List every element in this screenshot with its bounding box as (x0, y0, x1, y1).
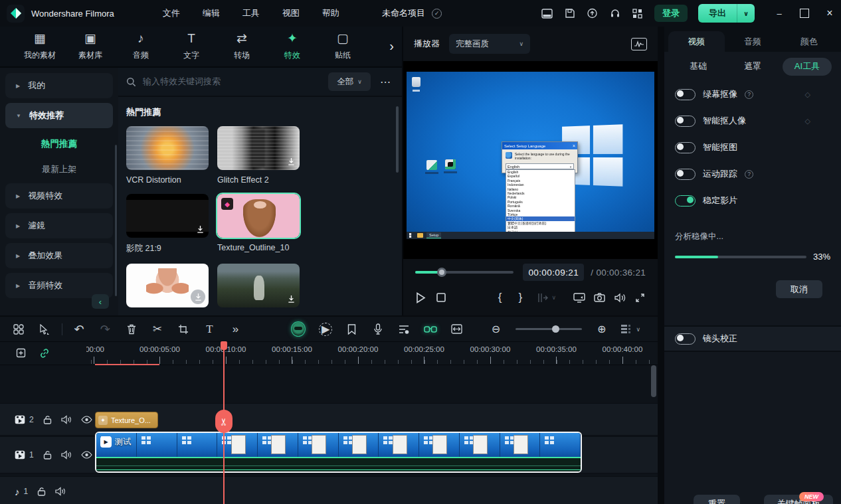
upload-cloud-icon[interactable] (587, 7, 599, 19)
fullscreen-button[interactable] (633, 290, 647, 305)
help-icon[interactable]: ? (745, 170, 753, 179)
select-tool-icon[interactable] (38, 323, 50, 336)
sidebar-item[interactable]: ▼特效推荐 (5, 103, 113, 128)
restore-button[interactable] (800, 9, 809, 18)
playhead-head[interactable] (221, 341, 227, 350)
play-button[interactable] (414, 290, 428, 305)
timeline-ruler[interactable]: :00:0000:00:05:0000:00:10:0000:00:15:000… (0, 341, 658, 365)
crop-icon[interactable] (177, 323, 189, 336)
render-preview-icon[interactable]: ▶ (319, 323, 331, 336)
panel-tab-视频[interactable]: 视频 (668, 31, 725, 52)
cancel-button[interactable]: 取消 (776, 280, 822, 298)
effects-scrollbar[interactable] (396, 106, 399, 173)
seek-handle[interactable] (437, 268, 446, 277)
download-icon[interactable] (191, 290, 205, 304)
toggle-switch[interactable] (675, 142, 696, 153)
delete-icon[interactable] (125, 323, 138, 336)
media-tab-贴纸[interactable]: ▢贴纸 (319, 32, 367, 61)
voiceover-mic-icon[interactable] (371, 323, 384, 336)
split-button[interactable] (537, 290, 551, 305)
clip-texture-effect[interactable]: ✦ Texture_O... (95, 412, 158, 428)
workspace-layout-icon[interactable] (12, 323, 25, 336)
stop-button[interactable] (434, 290, 448, 305)
sidebar-item[interactable]: ▶视频特效 (5, 183, 113, 209)
expand-tabs-icon[interactable]: › (389, 39, 394, 54)
volume-button[interactable] (613, 290, 627, 305)
collapse-sidebar-button[interactable]: ‹ (92, 294, 109, 309)
toggle-switch[interactable] (675, 169, 696, 180)
add-marker-icon[interactable] (15, 347, 27, 359)
seek-bar[interactable] (415, 271, 514, 274)
sidebar-subitem[interactable]: 最新上架 (5, 158, 113, 181)
hide-eye-icon[interactable] (81, 416, 92, 424)
mute-speaker-icon[interactable] (55, 487, 66, 496)
toggle-switch[interactable] (675, 89, 696, 100)
media-tab-转场[interactable]: ⇄转场 (218, 32, 266, 61)
headset-icon[interactable] (609, 7, 621, 19)
effect-thumbnail[interactable] (217, 126, 300, 170)
panel-tab-音频[interactable]: 音频 (725, 31, 781, 52)
keyframe-diamond-icon[interactable]: ◇ (805, 90, 810, 99)
fit-timeline-icon[interactable] (450, 323, 463, 336)
reset-button[interactable]: 重置 (694, 495, 740, 504)
more-tools-icon[interactable]: » (229, 323, 242, 336)
effect-card[interactable]: VCR Distortion (126, 126, 209, 185)
undo-icon[interactable]: ↶ (72, 323, 85, 336)
mark-in-button[interactable]: { (493, 291, 507, 304)
filter-all-dropdown[interactable]: 全部 ∨ (328, 72, 371, 91)
ar-glasses-icon[interactable] (424, 323, 437, 336)
mark-out-button[interactable]: } (514, 291, 527, 304)
quality-dropdown[interactable]: 完整画质 ∨ (449, 34, 530, 54)
split-chevron-icon[interactable]: ∨ (550, 290, 557, 305)
track-audio-1[interactable]: ♪ 1 (0, 476, 658, 504)
mute-speaker-icon[interactable] (61, 450, 72, 460)
timeline-scrollbar[interactable] (651, 365, 656, 397)
toggle-switch[interactable] (675, 116, 696, 127)
media-tab-音频[interactable]: ♪音频 (117, 32, 165, 61)
adjustment-list-icon[interactable] (397, 323, 410, 336)
toggle-switch[interactable] (675, 195, 696, 207)
effect-thumbnail[interactable] (126, 194, 209, 238)
current-timecode[interactable]: 00:00:09:21 (523, 264, 584, 281)
display-output-button[interactable] (572, 290, 586, 305)
zoom-out-icon[interactable]: ⊖ (490, 323, 502, 336)
effect-card[interactable] (217, 264, 300, 307)
sidebar-item[interactable]: ▶我的 (5, 73, 113, 98)
zoom-slider-handle[interactable] (552, 325, 559, 333)
panel-subtab-基础[interactable]: 基础 (674, 58, 723, 76)
search-input[interactable]: 输入特效关键词搜索 (143, 76, 322, 88)
redo-icon[interactable]: ↷ (99, 323, 112, 336)
timeline-zoom-slider[interactable] (515, 328, 582, 330)
panel-tab-颜色[interactable]: 颜色 (781, 31, 837, 52)
download-icon[interactable] (287, 157, 296, 166)
download-icon[interactable] (287, 295, 296, 303)
help-icon[interactable]: ? (745, 90, 753, 99)
lens-correction-toggle[interactable] (675, 333, 696, 345)
playhead-scissors-icon[interactable]: ✂ (215, 410, 233, 433)
effect-card[interactable] (126, 264, 209, 307)
scopes-icon[interactable] (631, 38, 647, 50)
panel-subtab-AI工具[interactable]: AI工具 (783, 58, 832, 76)
lock-icon[interactable] (43, 415, 52, 424)
sidebar-item[interactable]: ▶濾鏡 (5, 213, 113, 238)
hide-eye-icon[interactable] (81, 451, 92, 459)
effect-card[interactable]: ◆Texture_Outline_10 (217, 194, 300, 254)
effect-thumbnail[interactable] (126, 126, 209, 170)
clip-test-video[interactable]: ▶测试 (95, 432, 582, 473)
effect-card[interactable]: 影院 21:9 (126, 194, 209, 254)
effect-card[interactable]: Glitch Effect 2 (217, 126, 300, 185)
close-button[interactable]: × (825, 9, 834, 18)
effect-thumbnail[interactable] (217, 264, 300, 307)
export-chevron-icon[interactable]: ∨ (737, 4, 755, 23)
more-options-button[interactable]: ⋯ (377, 76, 394, 88)
export-label[interactable]: 导出 (698, 4, 737, 23)
sidebar-subitem[interactable]: 熱門推薦 (5, 133, 113, 155)
panel-subtab-遮罩[interactable]: 遮罩 (728, 58, 777, 76)
media-tab-特效[interactable]: ✦特效 (268, 32, 316, 61)
menu-item[interactable]: 编辑 (191, 7, 231, 19)
video-viewport[interactable]: Select Setup Language× Select the langua… (403, 61, 658, 259)
text-tool-icon[interactable]: T (203, 323, 216, 336)
media-tab-文字[interactable]: T文字 (167, 32, 215, 61)
mute-speaker-icon[interactable] (61, 415, 72, 424)
effect-thumbnail[interactable] (126, 264, 209, 307)
